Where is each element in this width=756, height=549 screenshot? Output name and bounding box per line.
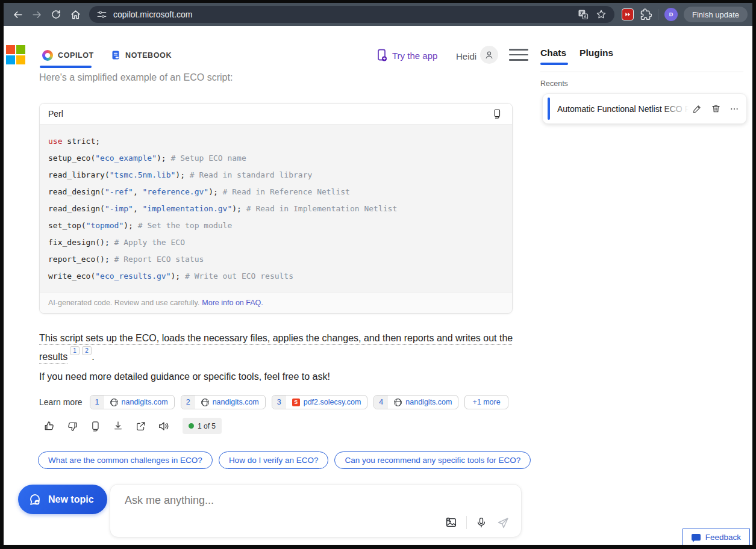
tab-copilot[interactable]: COPILOT [42,50,94,61]
rename-chat-button[interactable] [692,104,702,114]
read-aloud-button[interactable] [156,418,172,434]
bookmark-star-icon[interactable] [595,8,607,20]
send-button[interactable] [496,515,510,530]
try-the-app-link[interactable]: Try the app [376,49,437,62]
delete-chat-button[interactable] [711,104,721,114]
citation-domain: nandigits.com [122,398,168,406]
globe-icon [201,399,209,406]
add-image-icon [445,516,458,529]
try-the-app-label: Try the app [392,51,437,61]
finish-update-button[interactable]: Finish update [684,7,748,22]
more-citations-button[interactable]: +1 more [464,395,508,409]
pencil-icon [692,104,702,114]
export-button[interactable] [110,418,126,434]
tab-chats[interactable]: Chats [540,48,566,58]
suggestion-chip[interactable]: Can you recommend any specific tools for… [334,451,531,469]
citation-number: 1 [90,395,104,409]
home-button[interactable] [66,5,84,23]
citation-domain: nandigits.com [213,398,259,406]
composer-icons [445,515,510,530]
citation-pill[interactable]: 3Spdf2.solecsy.com [272,395,368,409]
back-button[interactable] [8,5,27,23]
address-bar[interactable]: copilot.microsoft.com [89,6,614,23]
url-text[interactable]: copilot.microsoft.com [113,10,571,19]
forward-button[interactable] [28,5,46,23]
feedback-icon [692,534,701,541]
share-button[interactable] [133,418,149,434]
code-line: set_top("topmod"); # Set the top module [48,217,502,234]
toolbar-divider [658,9,658,20]
notebook-icon [111,50,120,60]
home-icon [70,9,81,20]
citation-domain: pdf2.solecsy.com [304,398,361,406]
suggestion-chip[interactable]: How do I verify an ECO? [219,451,329,469]
s-square-icon: S [292,399,300,406]
translate-icon[interactable] [577,8,589,20]
person-icon [484,49,495,60]
response-page-indicator: 1 of 5 [183,418,222,434]
citation-pill[interactable]: 4nandigits.com [373,395,458,409]
globe-icon [394,399,402,406]
thumbs-down-button[interactable] [64,418,80,434]
new-topic-label: New topic [48,494,94,505]
suggestion-chips: What are the common challenges in ECO?Ho… [38,451,531,469]
feedback-button[interactable]: Feedback [683,529,750,545]
new-topic-button[interactable]: New topic [18,485,107,514]
citation-sup[interactable]: 2 [82,346,92,355]
suggestion-chip[interactable]: What are the common challenges in ECO? [38,451,213,469]
site-controls-icon[interactable] [96,9,107,20]
thumbs-up-icon [43,420,56,433]
microphone-button[interactable] [475,516,487,529]
chat-input[interactable] [125,494,384,507]
microphone-icon [475,516,487,529]
user-avatar[interactable] [480,46,498,64]
answer-intro-text: Here's a simplified example of an ECO sc… [39,72,233,83]
refresh-button[interactable] [47,5,65,23]
recent-chat-item[interactable]: Automatic Functional Netlist ECO Pr [542,93,747,124]
sentence-period: . [92,352,94,362]
citation-number: 3 [272,395,286,409]
microsoft-logo[interactable] [6,45,25,64]
active-chat-indicator [548,98,550,120]
trash-icon [711,104,721,114]
tab-plugins[interactable]: Plugins [579,48,613,58]
copy-icon [89,420,101,432]
refresh-icon [51,9,61,20]
code-line: use strict; [48,133,502,150]
puzzle-icon [640,8,652,20]
more-options-button[interactable] [729,104,739,114]
browser-window: copilot.microsoft.com D Finish update CO… [4,3,752,545]
tab-notebook-label: NOTEBOOK [125,51,172,60]
code-block-header: Perl [40,104,512,125]
menu-button[interactable] [509,48,528,62]
code-line: read_design("-ref", "reference.gv"); # R… [48,184,502,200]
citation-sup[interactable]: 1 [70,346,80,355]
fastforward-extension-icon[interactable] [622,8,634,20]
ellipsis-icon [729,104,739,114]
code-line: write_eco("eco_results.gv"); # Write out… [48,268,502,285]
forward-icon [31,9,43,20]
globe-icon [110,399,118,406]
copy-code-button[interactable] [492,108,502,119]
extensions-puzzle-button[interactable] [640,8,652,20]
citation-pill[interactable]: 1nandigits.com [90,395,175,409]
share-icon [135,420,147,432]
faq-link[interactable]: More info on FAQ. [202,299,263,307]
browser-profile-avatar[interactable]: D [664,8,678,21]
status-dot [189,423,194,429]
speaker-icon [157,420,170,433]
code-line: read_library("tsmc.5nm.lib"); # Read in … [48,167,502,184]
composer-divider [466,516,467,529]
thumbs-up-button[interactable] [42,418,57,434]
tab-notebook[interactable]: NOTEBOOK [111,50,172,60]
code-line: fix_design(); # Apply the ECO [48,234,502,251]
citation-domain: nandigits.com [405,398,452,406]
citation-sups: 12 [67,352,92,362]
add-image-button[interactable] [445,516,458,529]
citation-pill[interactable]: 2nandigits.com [181,395,266,409]
citation-number: 2 [181,395,195,409]
copy-response-button[interactable] [87,418,103,434]
download-icon [112,420,124,432]
code-language-label: Perl [48,109,63,119]
tab-copilot-label: COPILOT [58,51,94,60]
